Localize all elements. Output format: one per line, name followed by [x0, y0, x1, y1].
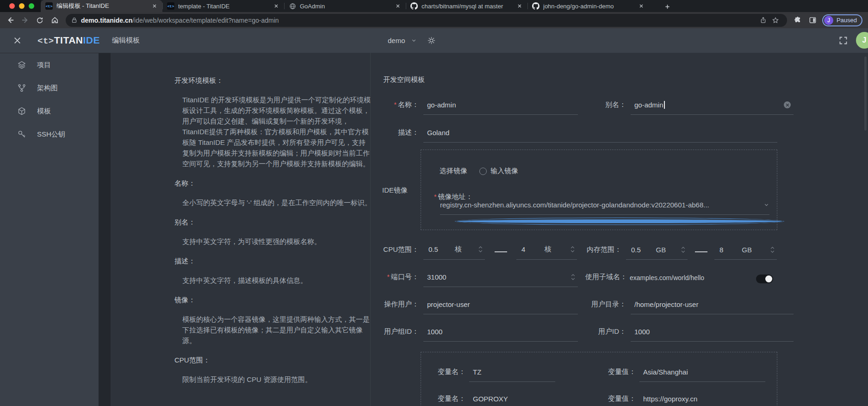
browser-tab-github-goadmin-demo[interactable]: john-deng/go-admin-demo: [527, 0, 649, 12]
url-path: /ide/web/workspace/template/edit?name=go…: [132, 17, 279, 24]
stepper-icon[interactable]: [571, 274, 575, 280]
radio-input-image[interactable]: [479, 168, 487, 175]
github-icon: [532, 2, 539, 10]
cpu-min-input[interactable]: 0.5核: [423, 245, 485, 260]
cpu-max-input[interactable]: 4核: [516, 245, 577, 260]
radio-input-image-label[interactable]: 输入镜像: [490, 167, 518, 175]
env-value-input[interactable]: Asia/Shanghai: [639, 368, 765, 382]
ide-image-label: IDE镜像: [382, 186, 408, 195]
tab-close-icon[interactable]: [150, 2, 159, 10]
op-user-label: 操作用户：: [351, 300, 419, 314]
titanide-favicon-icon: <t>: [45, 2, 53, 10]
forward-button[interactable]: [18, 13, 32, 27]
group-id-label: 用户组ID：: [351, 327, 419, 342]
sidebar: 项目 架构图 模板 SSH公钥: [0, 53, 99, 406]
fullscreen-icon[interactable]: [838, 36, 848, 45]
sidebar-item-ssh-keys[interactable]: SSH公钥: [0, 123, 99, 146]
user-id-label: 用户ID：: [582, 327, 626, 342]
text-cursor: [664, 101, 665, 109]
tab-title: template - TitanIDE: [178, 3, 268, 10]
sidebar-item-architecture[interactable]: 架构图: [0, 76, 99, 100]
address-bar[interactable]: demo.titanide.cn/ide/web/workspace/templ…: [66, 14, 787, 27]
template-edit-panel: 开发环境模板：TitanIDE 的开发环境模板是为用户提供一个可定制化的环境模板…: [111, 53, 868, 406]
description-input[interactable]: Goland: [423, 129, 777, 143]
lock-icon: [71, 17, 77, 23]
reload-button[interactable]: [32, 13, 47, 27]
home-button[interactable]: [47, 13, 62, 27]
env-name-label: 变量名：: [434, 368, 465, 382]
stepper-icon[interactable]: [770, 247, 775, 253]
minimize-window-button[interactable]: [19, 3, 25, 9]
image-address-label: 镜像地址：: [434, 193, 472, 201]
tab-title: GoAdmin: [300, 3, 390, 10]
group-id-input[interactable]: 1000: [423, 328, 578, 342]
form-title: 开发空间模板: [383, 75, 425, 84]
browser-window: <t> 编辑模板 - TitanIDE <t> template - Titan…: [0, 0, 868, 406]
tab-strip: <t> 编辑模板 - TitanIDE <t> template - Titan…: [0, 0, 868, 12]
range-dash: [485, 251, 516, 260]
profile-avatar: J: [824, 16, 833, 25]
memory-max-input[interactable]: 8GB: [714, 246, 777, 260]
back-button[interactable]: [3, 13, 18, 27]
user-avatar[interactable]: J: [856, 32, 868, 49]
tab-close-icon[interactable]: [394, 2, 402, 10]
subdomain-toggle[interactable]: [756, 275, 773, 283]
user-id-input[interactable]: 1000: [631, 328, 794, 342]
image-address-select[interactable]: registry.cn-shenzhen.aliyuncs.com/titani…: [440, 201, 769, 215]
workspace-selector[interactable]: demo: [388, 37, 405, 44]
page-title: 编辑模板: [112, 36, 140, 45]
close-icon[interactable]: [13, 36, 22, 45]
range-dash: [688, 251, 714, 260]
radio-select-image-label[interactable]: 选择镜像: [440, 167, 467, 175]
env-value-label: 变量值：: [603, 368, 636, 382]
bookmark-star-icon[interactable]: [769, 17, 781, 24]
extensions-puzzle-icon[interactable]: [791, 16, 806, 24]
tab-close-icon[interactable]: [515, 2, 524, 10]
env-var-row: 变量名： GOPROXY 变量值： https://goproxy.cn: [434, 389, 765, 406]
new-tab-button[interactable]: [661, 2, 673, 11]
stepper-icon[interactable]: [570, 246, 575, 252]
name-input[interactable]: go-admin: [423, 101, 578, 115]
panel-divider: [99, 53, 111, 406]
env-name-input[interactable]: GOPROXY: [469, 395, 555, 406]
env-var-row: 变量名： TZ 变量值： Asia/Shanghai: [434, 362, 765, 382]
url-host: demo.titanide.cn: [81, 17, 132, 24]
tab-title: john-deng/go-admin-demo: [543, 3, 633, 10]
port-input[interactable]: 31000: [423, 273, 578, 287]
memory-min-input[interactable]: 0.5GB: [626, 246, 688, 260]
browser-tab-template[interactable]: <t> template - TitanIDE: [162, 0, 284, 12]
close-window-button[interactable]: [9, 3, 15, 9]
side-panel-icon[interactable]: [806, 16, 820, 24]
env-name-input[interactable]: TZ: [469, 368, 555, 382]
env-value-input[interactable]: https://goproxy.cn: [639, 395, 765, 406]
chevron-down-icon: [763, 202, 769, 208]
sidebar-item-templates[interactable]: 模板: [0, 100, 99, 123]
tab-close-icon[interactable]: [272, 2, 280, 10]
browser-tab-github-mysql[interactable]: charts/bitnami/mysql at master: [406, 0, 527, 12]
user-dir-label: 用户目录：: [582, 300, 626, 314]
zoom-window-button[interactable]: [29, 3, 34, 9]
clear-icon[interactable]: [784, 101, 791, 108]
chevron-down-icon[interactable]: [411, 37, 417, 44]
stepper-icon[interactable]: [681, 247, 685, 253]
browser-tab-edit-template[interactable]: <t> 编辑模板 - TitanIDE: [41, 0, 162, 12]
alias-input[interactable]: go-admin: [631, 101, 794, 115]
titanide-favicon-icon: <t>: [167, 2, 174, 10]
radio-select-image[interactable]: [455, 218, 784, 225]
profile-status: Paused: [837, 17, 857, 24]
name-label: 名称：: [351, 100, 419, 115]
user-dir-input[interactable]: /home/projector-user: [631, 300, 794, 314]
gear-icon[interactable]: [427, 36, 436, 45]
globe-icon: [289, 2, 296, 10]
browser-profile-button[interactable]: J Paused: [822, 14, 862, 26]
key-icon: [17, 130, 26, 139]
github-icon: [410, 2, 418, 10]
cpu-range-label: CPU范围：: [351, 245, 419, 260]
stepper-icon[interactable]: [478, 246, 483, 252]
sidebar-item-projects[interactable]: 项目: [0, 53, 99, 76]
op-user-input[interactable]: projector-user: [423, 300, 578, 314]
browser-tab-goadmin[interactable]: GoAdmin: [284, 0, 406, 12]
share-icon[interactable]: [757, 17, 769, 24]
tab-title: 编辑模板 - TitanIDE: [56, 2, 147, 10]
tab-close-icon[interactable]: [637, 2, 645, 10]
